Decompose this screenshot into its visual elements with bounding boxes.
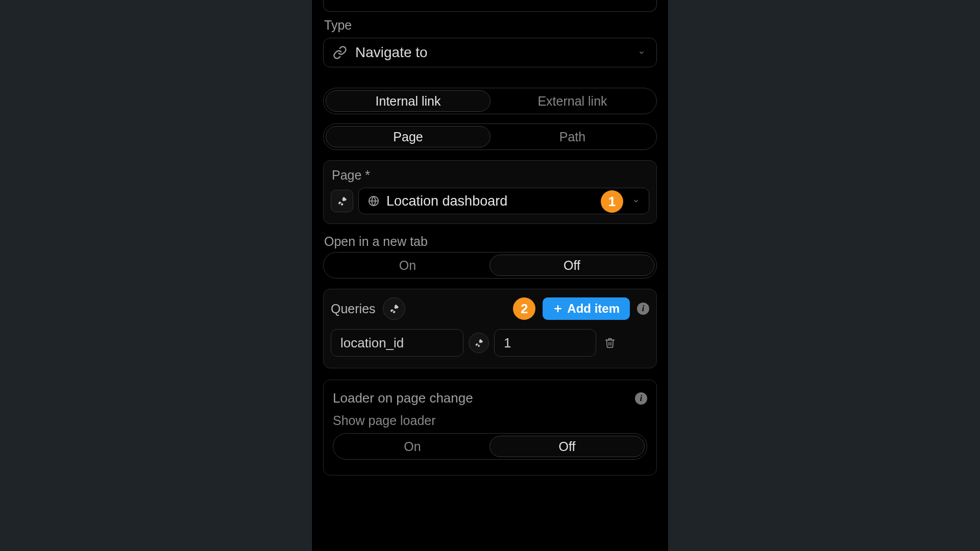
page-label: Page	[332, 168, 649, 183]
type-label: Type	[324, 18, 657, 33]
globe-icon	[368, 195, 379, 207]
query-key-input[interactable]	[331, 329, 463, 357]
page-select[interactable]: Location dashboard 1	[358, 188, 649, 214]
plug-icon	[474, 338, 483, 347]
annotation-badge-2: 2	[513, 297, 535, 320]
queries-bind-button[interactable]	[383, 297, 405, 320]
link-kind-internal[interactable]: Internal link	[326, 90, 491, 112]
link-kind-external[interactable]: External link	[491, 90, 654, 112]
info-icon[interactable]: i	[635, 392, 647, 405]
target-mode-segmented: Page Path	[323, 123, 657, 150]
add-query-label: Add item	[567, 302, 620, 316]
query-value-bind-button[interactable]	[469, 333, 489, 353]
open-new-tab-segmented: On Off	[323, 252, 657, 279]
link-icon	[333, 45, 347, 60]
plug-icon	[337, 196, 347, 206]
chevron-down-icon	[632, 197, 640, 205]
info-icon[interactable]: i	[637, 303, 649, 315]
page-value: Location dashboard	[386, 193, 625, 209]
plug-icon	[389, 304, 399, 314]
loader-title: Loader on page change	[333, 390, 473, 406]
open-new-tab-on[interactable]: On	[326, 255, 489, 276]
plus-icon	[553, 304, 563, 314]
loader-off[interactable]: Off	[489, 436, 645, 457]
page-bind-button[interactable]	[331, 190, 353, 212]
loader-section: Loader on page change i Show page loader…	[323, 380, 657, 475]
type-select[interactable]: Navigate to	[323, 38, 657, 67]
loader-sub-label: Show page loader	[333, 413, 647, 428]
queries-label: Queries	[331, 302, 376, 316]
chevron-down-icon	[638, 49, 645, 56]
open-new-tab-label: Open in a new tab	[324, 234, 657, 249]
add-query-button[interactable]: Add item	[543, 297, 630, 320]
properties-panel: Type Navigate to Internal link External …	[311, 0, 669, 551]
delete-query-button[interactable]	[604, 337, 616, 348]
truncated-section-above	[323, 0, 657, 12]
target-mode-page[interactable]: Page	[326, 126, 491, 147]
type-value: Navigate to	[355, 44, 630, 61]
query-row	[331, 329, 649, 357]
loader-on[interactable]: On	[335, 436, 489, 457]
open-new-tab-section: Open in a new tab On Off	[323, 234, 657, 279]
annotation-badge-1: 1	[601, 190, 623, 213]
target-mode-path[interactable]: Path	[491, 126, 654, 147]
page-section: Page Location dashboard 1	[323, 160, 657, 224]
link-kind-segmented: Internal link External link	[323, 88, 657, 114]
loader-segmented: On Off	[333, 433, 647, 460]
queries-section: Queries 2 Add item i	[323, 289, 657, 368]
query-value-input[interactable]	[494, 329, 596, 357]
trash-icon	[604, 337, 616, 348]
open-new-tab-off[interactable]: Off	[489, 255, 654, 276]
